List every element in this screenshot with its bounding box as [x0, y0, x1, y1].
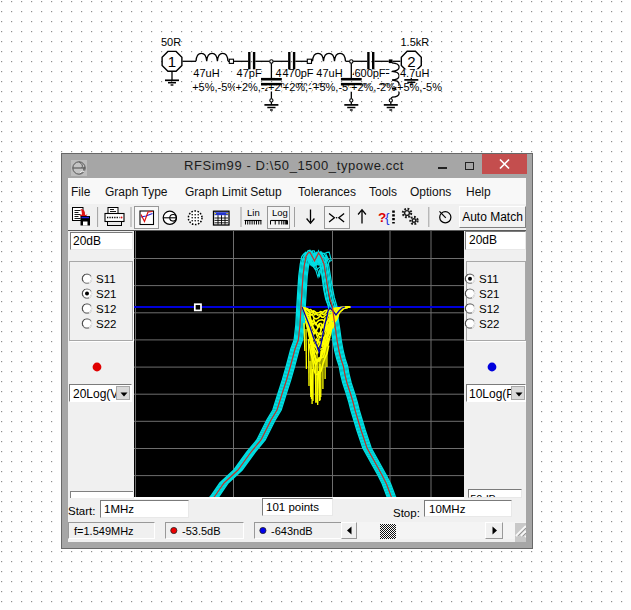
- svg-text:4.7uH: 4.7uH: [400, 67, 429, 79]
- svg-text:+5%,-5%: +5%,-5%: [192, 81, 237, 93]
- svg-text:47uH: 47uH: [193, 67, 219, 79]
- svg-text:600pF: 600pF: [354, 67, 385, 79]
- svg-text:{: {: [385, 210, 390, 225]
- svg-text:Log: Log: [272, 207, 288, 218]
- svg-text:47pF: 47pF: [237, 67, 262, 79]
- svg-text:+5%,-5%: +5%,-5%: [397, 81, 442, 93]
- svg-text:Lin: Lin: [247, 207, 260, 218]
- svg-text:50R: 50R: [161, 36, 181, 48]
- svg-text:47uH: 47uH: [316, 67, 342, 79]
- svg-text:+2%,-2%: +2%,-2%: [351, 81, 396, 93]
- svg-text:470pF: 470pF: [282, 67, 313, 79]
- svg-text:1: 1: [168, 53, 176, 70]
- svg-text:1.5kR: 1.5kR: [401, 36, 430, 48]
